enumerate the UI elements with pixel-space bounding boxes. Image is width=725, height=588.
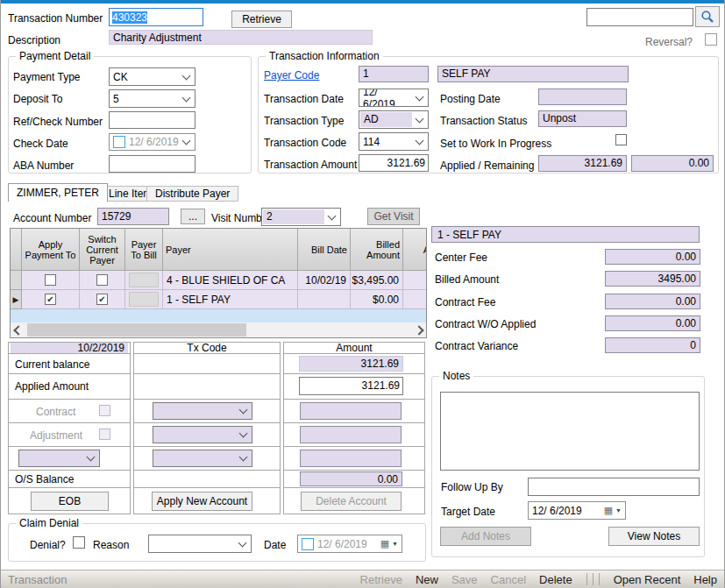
transaction-date-value: 12/ 6/2019 (363, 89, 412, 107)
dropdown-arrow-icon: ▼ (392, 541, 398, 547)
transaction-amount-label: Transaction Amount (264, 159, 357, 171)
contract-wo-applied-label: Contract W/O Applied (435, 318, 536, 330)
payment-type-value: CK (113, 71, 128, 83)
denial-date-picker[interactable]: 12/ 6/2019 ▦ ▼ (297, 535, 402, 553)
transaction-date-select[interactable]: 12/ 6/2019 (359, 89, 429, 107)
col-bill-date[interactable]: Bill Date (298, 229, 351, 271)
check-date-checkbox[interactable] (113, 136, 125, 148)
transaction-code-select[interactable]: 114 (359, 132, 429, 151)
payer-to-bill-cell[interactable] (129, 292, 159, 307)
check-date-label: Check Date (13, 138, 68, 150)
add-notes-button[interactable]: Add Notes (440, 527, 531, 546)
col-partial[interactable]: A (403, 229, 427, 271)
status-retrieve[interactable]: Retrieve (360, 573, 402, 586)
os-balance-label: O/S Balance (15, 473, 74, 485)
payer-cell[interactable]: 4 - BLUE SHIELD OF CA (163, 271, 298, 290)
ref-check-number-label: Ref/Check Number (13, 116, 103, 128)
description-label: Description (8, 34, 60, 46)
bill-date-cell[interactable]: 10/02/19 (298, 271, 351, 290)
scrollbar-thumb[interactable] (27, 323, 246, 337)
reason-select[interactable] (148, 535, 252, 553)
check-date-value: 12/ 6/2019 (129, 136, 179, 148)
set-to-wip-checkbox[interactable] (615, 134, 627, 145)
reversal-checkbox[interactable] (705, 33, 717, 46)
target-date-picker[interactable]: 12/ 6/2019 ▦ ▼ (528, 501, 626, 520)
view-notes-button[interactable]: View Notes (608, 527, 700, 546)
follow-up-by-input[interactable] (528, 478, 700, 496)
col-payer[interactable]: Payer (163, 229, 298, 271)
denial-date-checkbox[interactable] (302, 538, 314, 550)
cell (133, 373, 281, 400)
status-open-recent[interactable]: Open Recent (614, 573, 681, 586)
account-number-field[interactable]: 15729 (97, 208, 169, 225)
scroll-left-arrow[interactable] (11, 322, 25, 337)
col-switch-current-payer[interactable]: Switch Current Payer (80, 229, 125, 271)
aba-number-input[interactable] (109, 155, 195, 173)
status-help[interactable]: Help (693, 573, 717, 586)
denial-checkbox[interactable] (73, 536, 85, 549)
apply-payment-checkbox[interactable] (45, 274, 56, 286)
payer-row-blue-shield[interactable]: 4 - BLUE SHIELD OF CA 10/02/19 $3,495.00 (11, 271, 426, 290)
row-indicator[interactable] (11, 271, 22, 290)
current-balance-label: Current balance (15, 358, 89, 371)
adjustment-checkbox[interactable] (99, 429, 110, 440)
apply-new-account-button[interactable]: Apply New Account (152, 492, 252, 511)
payer-to-bill-cell[interactable] (129, 273, 159, 287)
adjustment-tx-code-select[interactable] (153, 426, 252, 443)
col-payer-to-bill[interactable]: Payer To Bill (125, 229, 163, 271)
status-context: Transaction (8, 573, 67, 586)
target-date-value: 12/ 6/2019 (532, 505, 582, 517)
payer-code-link[interactable]: Payer Code (264, 69, 319, 81)
visit-number-select[interactable]: 2 (261, 208, 341, 226)
bill-date-cell[interactable] (298, 290, 351, 309)
payer-row-self-pay[interactable]: ▶ ✔ ✔ 1 - SELF PAY $0.00 (11, 290, 426, 309)
deposit-to-select[interactable]: 5 (109, 89, 195, 108)
tab-distribute-payer[interactable]: Distribute Payer (146, 186, 238, 202)
follow-up-by-label: Follow Up By (441, 481, 503, 493)
eob-button[interactable]: EOB (31, 492, 109, 511)
col-billed-amount[interactable]: Billed Amount (351, 229, 403, 271)
extra-type-select[interactable] (18, 450, 100, 467)
billed-amount-cell[interactable]: $3,495.00 (351, 271, 403, 290)
notes-textarea[interactable] (440, 392, 700, 471)
payer-cell[interactable]: 1 - SELF PAY (163, 290, 298, 309)
applied-amount-label: Applied Amount (15, 380, 89, 393)
applied-amount-input[interactable]: 3121.69 (299, 377, 403, 395)
delete-account-button[interactable]: Delete Account (301, 492, 402, 511)
apply-header-txcode-cell: Tx Code (133, 342, 281, 354)
apply-payment-checkbox[interactable]: ✔ (45, 294, 56, 305)
status-cancel[interactable]: Cancel (491, 573, 526, 586)
status-delete[interactable]: Delete (539, 573, 572, 586)
contract-wo-applied-field: 0.00 (605, 315, 700, 331)
transaction-code-value: 114 (363, 136, 380, 148)
account-lookup-button[interactable]: ... (181, 209, 205, 224)
check-date-picker[interactable]: 12/ 6/2019 (109, 133, 195, 151)
status-new[interactable]: New (416, 573, 438, 586)
current-balance-field: 3121.69 (299, 356, 403, 372)
switch-payer-checkbox[interactable]: ✔ (96, 294, 108, 305)
scroll-right-arrow[interactable] (411, 322, 426, 337)
chevron-down-icon (239, 406, 248, 414)
transaction-number-input[interactable]: 430323 (109, 8, 203, 26)
contract-checkbox[interactable] (99, 405, 110, 416)
payment-type-select[interactable]: CK (109, 67, 195, 86)
search-button[interactable] (695, 6, 720, 27)
col-apply-payment-to[interactable]: Apply Payment To (22, 229, 80, 271)
search-input[interactable] (586, 8, 693, 26)
transaction-amount-input[interactable]: 3121.69 (359, 154, 429, 172)
get-visit-button[interactable]: Get Visit (367, 208, 420, 225)
contract-tx-code-select[interactable] (153, 402, 252, 420)
contract-variance-label: Contract Variance (435, 340, 518, 352)
status-save[interactable]: Save (451, 573, 478, 586)
extra-tx-code-select[interactable] (153, 450, 252, 467)
horizontal-scrollbar[interactable] (11, 322, 426, 337)
ref-check-number-input[interactable] (109, 111, 195, 129)
billed-amount-cell[interactable]: $0.00 (351, 290, 403, 309)
current-row-indicator[interactable]: ▶ (11, 290, 22, 309)
tab-patient[interactable]: ZIMMER, PETER (8, 183, 108, 202)
transaction-number-label: Transaction Number (8, 12, 103, 25)
retrieve-button[interactable]: Retrieve (231, 11, 292, 28)
contract-fee-field: 0.00 (605, 294, 700, 309)
chevron-down-icon (239, 429, 248, 438)
switch-payer-checkbox[interactable] (96, 274, 108, 286)
